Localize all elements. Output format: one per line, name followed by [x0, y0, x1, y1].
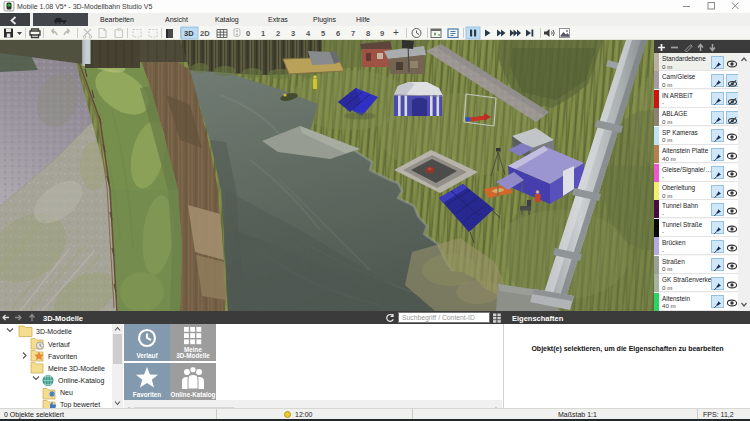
svg-text:Top bewertet: Top bewertet [60, 401, 100, 408]
svg-text:Favoriten: Favoriten [48, 353, 77, 360]
svg-text:3D: 3D [184, 29, 194, 38]
svg-text:6: 6 [336, 29, 340, 38]
svg-text:0: 0 [246, 29, 250, 38]
svg-text:Online-Katalog: Online-Katalog [58, 377, 104, 385]
svg-text:2: 2 [276, 29, 280, 38]
svg-text:4: 4 [306, 29, 311, 38]
svg-text:+: + [393, 27, 399, 38]
svg-text:8: 8 [366, 29, 370, 38]
svg-text:3: 3 [291, 29, 295, 38]
svg-text:Meine 3D-Modelle: Meine 3D-Modelle [48, 365, 105, 372]
svg-text:5: 5 [321, 29, 325, 38]
svg-text:2D: 2D [200, 29, 210, 38]
svg-text:Neu: Neu [60, 389, 73, 396]
svg-text:Verlauf: Verlauf [48, 341, 70, 348]
svg-text:7: 7 [351, 29, 355, 38]
svg-text:9: 9 [380, 29, 384, 38]
svg-text:3D-Modelle: 3D-Modelle [36, 328, 72, 335]
svg-text:1: 1 [261, 29, 265, 38]
